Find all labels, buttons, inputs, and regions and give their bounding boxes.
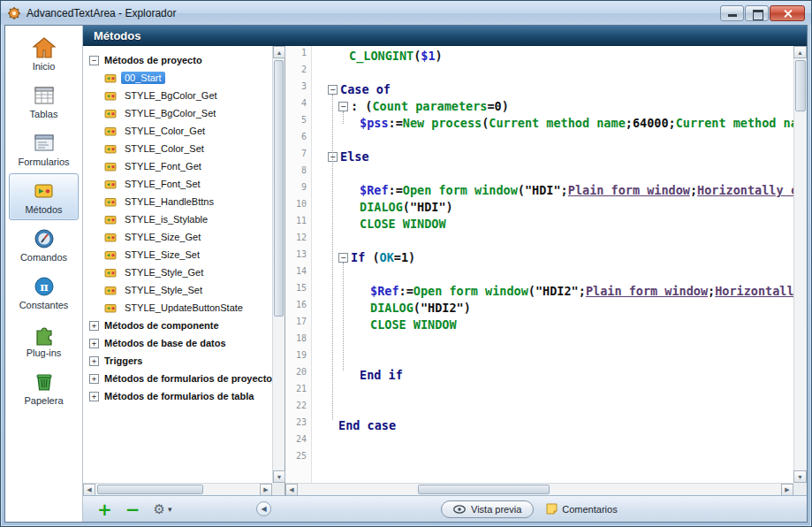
scroll-right-icon[interactable]: ▶	[260, 484, 272, 496]
fold-collapse-icon[interactable]	[328, 85, 338, 95]
line-number[interactable]: 18	[285, 333, 311, 350]
tree-hscroll-thumb[interactable]	[97, 485, 203, 494]
line-number[interactable]: 5	[285, 115, 311, 132]
sidebar-item-inicio[interactable]: Inicio	[9, 30, 79, 77]
code-line-4[interactable]: : (Count parameters=0)	[312, 98, 793, 115]
collapse-icon[interactable]: −	[89, 56, 99, 65]
line-number[interactable]: 7	[285, 149, 311, 165]
tree-group-m-todos-de-formularios-de-tabla[interactable]: +Métodos de formularios de tabla	[83, 387, 272, 405]
fold-collapse-icon[interactable]	[338, 102, 348, 111]
line-number[interactable]: 21	[285, 384, 311, 401]
code-line-2[interactable]	[312, 65, 793, 81]
tree-horizontal-scrollbar[interactable]: ◀ ▶	[83, 483, 272, 495]
line-number[interactable]: 6	[285, 132, 311, 149]
expand-icon[interactable]: +	[89, 374, 99, 384]
tree-item-style-is-stylable[interactable]: STYLE_is_Stylable	[83, 210, 272, 228]
tree-item-style-color-set[interactable]: STYLE_Color_Set	[83, 140, 272, 157]
tree-vscroll-thumb[interactable]	[274, 60, 284, 317]
sidebar-item-constantes[interactable]: πConstantes	[9, 269, 79, 316]
code-line-8[interactable]	[312, 165, 793, 182]
code-line-11[interactable]: CLOSE WINDOW	[312, 216, 793, 233]
line-number[interactable]: 8	[285, 165, 311, 182]
expand-icon[interactable]: +	[89, 356, 99, 366]
tree-group-m-todos-de-proyecto[interactable]: −Métodos de proyecto	[83, 51, 272, 69]
maximize-button[interactable]	[745, 5, 769, 21]
tree-item-style-style-get[interactable]: STYLE_Style_Get	[83, 264, 272, 281]
tree-group-m-todos-de-formularios-de-proyecto[interactable]: +Métodos de formularios de proyecto	[83, 370, 272, 387]
line-number[interactable]: 17	[285, 317, 311, 333]
expand-icon[interactable]: +	[89, 392, 99, 401]
close-button[interactable]	[770, 5, 805, 21]
comments-button[interactable]: Comentarios	[546, 503, 617, 515]
scroll-left-icon[interactable]: ◀	[285, 484, 298, 496]
line-number[interactable]: 12	[285, 233, 311, 249]
actions-menu-button[interactable]: ⚙ ▾	[154, 501, 172, 517]
add-method-button[interactable]: +	[97, 500, 112, 518]
sidebar-item-tablas[interactable]: Tablas	[9, 78, 79, 125]
scroll-up-icon[interactable]: ▲	[793, 46, 807, 58]
line-number[interactable]: 16	[285, 300, 311, 317]
tree-item-style-bgcolor-set[interactable]: STYLE_BgColor_Set	[83, 104, 272, 122]
preview-button[interactable]: Vista previa	[441, 500, 534, 518]
line-number[interactable]: 11	[285, 216, 311, 233]
line-number[interactable]: 15	[285, 283, 311, 300]
code-line-25[interactable]	[312, 451, 793, 468]
tree-item-style-font-get[interactable]: STYLE_Font_Get	[83, 157, 272, 175]
code-line-17[interactable]: CLOSE WINDOW	[312, 317, 793, 333]
tree-item-style-color-get[interactable]: STYLE_Color_Get	[83, 122, 272, 140]
tree-item-style-size-get[interactable]: STYLE_Size_Get	[83, 228, 272, 246]
sidebar-item-papelera[interactable]: Papelera	[9, 364, 79, 411]
code-line-13[interactable]: If (OK=1)	[312, 249, 793, 266]
delete-method-button[interactable]: −	[125, 500, 140, 518]
line-number[interactable]: 2	[285, 65, 311, 81]
line-number[interactable]: 20	[285, 367, 311, 384]
line-number[interactable]: 13	[285, 249, 311, 266]
scroll-left-icon[interactable]: ◀	[83, 484, 95, 496]
editor-vscroll-thumb[interactable]	[795, 60, 806, 111]
tree-item-style-font-set[interactable]: STYLE_Font_Set	[83, 175, 272, 193]
tree-group-triggers[interactable]: +Triggers	[83, 352, 272, 370]
scroll-up-icon[interactable]: ▲	[273, 46, 285, 58]
code-line-16[interactable]: DIALOG("HDI2")	[312, 300, 793, 317]
code-line-22[interactable]	[312, 401, 793, 417]
sidebar-item-formularios[interactable]: Formularios	[9, 126, 79, 172]
code-line-18[interactable]	[312, 333, 793, 350]
code-line-3[interactable]: Case of	[312, 81, 793, 98]
code-area[interactable]: C_LONGINT($1)Case of: (Count parameters=…	[312, 46, 793, 483]
tree-item-style-handlebttns[interactable]: STYLE_HandleBttns	[83, 193, 272, 210]
line-number[interactable]: 9	[285, 182, 311, 199]
sidebar-item-m-todos[interactable]: Métodos	[9, 173, 79, 220]
code-line-20[interactable]: End if	[312, 367, 793, 384]
titlebar[interactable]: AdvancedTextArea - Explorador	[1, 1, 811, 25]
sidebar-item-plug-ins[interactable]: Plug-ins	[9, 317, 79, 363]
expand-icon[interactable]: +	[89, 339, 99, 348]
tree-item-00-start[interactable]: 00_Start	[83, 69, 272, 87]
code-line-1[interactable]: C_LONGINT($1)	[312, 48, 793, 65]
code-line-24[interactable]	[312, 434, 793, 451]
scroll-right-icon[interactable]: ▶	[781, 484, 793, 496]
line-number-gutter[interactable]: 1234567891011121314151617181920212223242…	[285, 46, 312, 483]
tree-group-m-todos-de-componente[interactable]: +Métodos de componente	[83, 317, 272, 334]
sidebar-item-comandos[interactable]: Comandos	[9, 221, 79, 268]
tree-item-style-size-set[interactable]: STYLE_Size_Set	[83, 246, 272, 264]
line-number[interactable]: 14	[285, 266, 311, 283]
code-line-10[interactable]: DIALOG("HDI")	[312, 199, 793, 216]
code-editor[interactable]: 1234567891011121314151617181920212223242…	[285, 46, 807, 495]
editor-hscroll-thumb[interactable]	[418, 485, 550, 494]
code-line-21[interactable]	[312, 384, 793, 401]
line-number[interactable]: 24	[285, 434, 311, 451]
fold-collapse-icon[interactable]	[338, 253, 348, 263]
minimize-button[interactable]	[720, 5, 744, 21]
tree-item-style-updatebuttonstate[interactable]: STYLE_UpdateButtonState	[83, 299, 272, 317]
expand-icon[interactable]: +	[89, 321, 99, 331]
tree-item-style-style-set[interactable]: STYLE_Style_Set	[83, 281, 272, 299]
code-line-19[interactable]	[312, 350, 793, 367]
tree-vertical-scrollbar[interactable]: ▲ ▼	[272, 46, 285, 483]
code-line-15[interactable]: $Ref:=Open form window("HDI2";Plain form…	[312, 283, 793, 300]
tree-group-m-todos-de-base-de-datos[interactable]: +Métodos de base de datos	[83, 334, 272, 352]
editor-horizontal-scrollbar[interactable]: ◀ ▶	[285, 483, 793, 495]
line-number[interactable]: 10	[285, 199, 311, 216]
line-number[interactable]: 19	[285, 350, 311, 367]
line-number[interactable]: 1	[285, 48, 311, 65]
code-line-23[interactable]: End case	[312, 417, 793, 434]
